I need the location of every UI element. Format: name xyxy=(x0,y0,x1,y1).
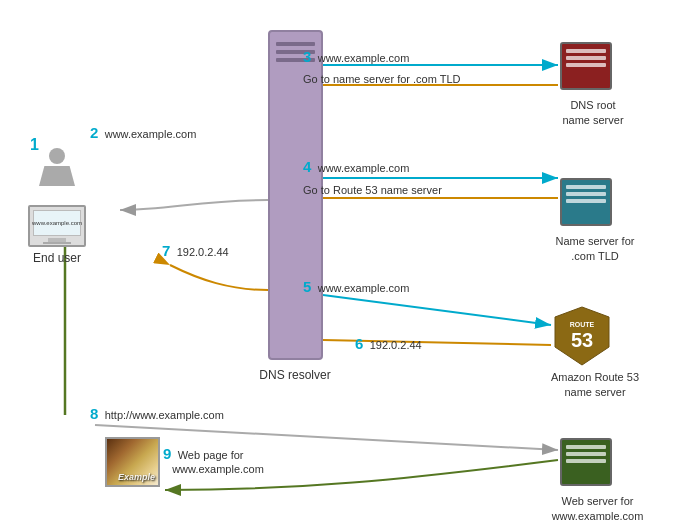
step6-label: 6 192.0.2.44 xyxy=(355,335,422,352)
step4-return-label: Go to Route 53 name server xyxy=(303,183,442,197)
step9-label: 9 Web page for www.example.com xyxy=(163,445,264,476)
step2-label: 2 www.example.com xyxy=(90,124,196,141)
svg-text:53: 53 xyxy=(571,329,593,351)
step7-arrow xyxy=(170,265,268,290)
dns-diagram: DNS resolver www.example.com End user DN… xyxy=(0,0,680,520)
monitor-screen: www.example.com xyxy=(33,210,81,236)
end-user-label: End user xyxy=(28,251,86,265)
com-tld-label: Name server for.com TLD xyxy=(545,234,645,265)
step3-label: 3 www.example.com xyxy=(303,48,409,65)
svg-text:ROUTE: ROUTE xyxy=(570,321,595,328)
route53-label: Amazon Route 53name server xyxy=(540,370,650,401)
web-server-label: Web server forwww.example.com 192.0.2.44 xyxy=(540,494,655,520)
webpage-example-text: Example xyxy=(118,472,155,482)
step4-label: 4 www.example.com xyxy=(303,158,409,175)
web-server xyxy=(560,438,612,486)
dns-root-server xyxy=(560,42,612,90)
dns-root-label: DNS rootname server xyxy=(548,98,638,129)
step2-arrow xyxy=(120,200,268,210)
step2-text: www.example.com xyxy=(105,128,197,140)
step8-label: 8 http://www.example.com xyxy=(90,405,224,422)
step5-forward-arrow xyxy=(323,295,551,325)
com-tld-server xyxy=(560,178,612,226)
step7-label: 7 192.0.2.44 xyxy=(162,242,229,259)
dns-resolver-label: DNS resolver xyxy=(255,368,335,382)
end-user: www.example.com End user xyxy=(28,148,86,265)
webpage-thumbnail: Example xyxy=(105,437,160,487)
step5-label: 5 www.example.com xyxy=(303,278,409,295)
step3-return-label: Go to name server for .com TLD xyxy=(303,72,461,86)
step1-label: 1 xyxy=(30,136,39,154)
route53-server: ROUTE 53 xyxy=(553,305,611,367)
